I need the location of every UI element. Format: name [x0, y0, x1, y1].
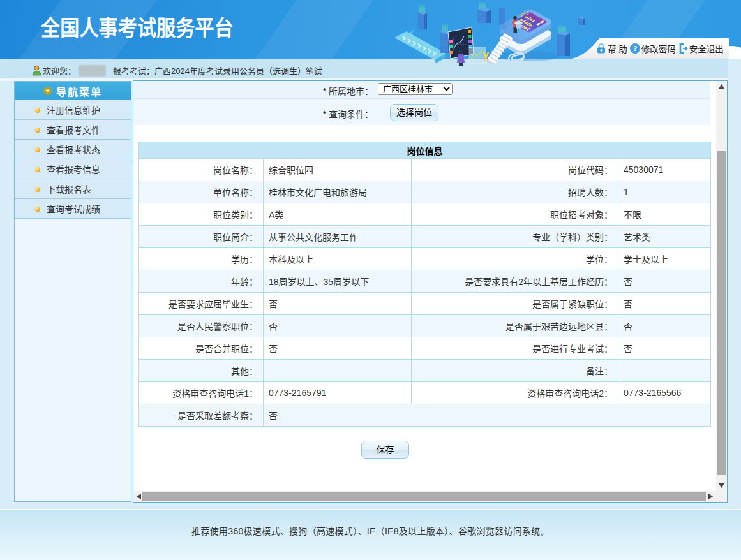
svg-text:?: ?: [632, 45, 637, 52]
svg-text:¥: ¥: [483, 50, 489, 63]
